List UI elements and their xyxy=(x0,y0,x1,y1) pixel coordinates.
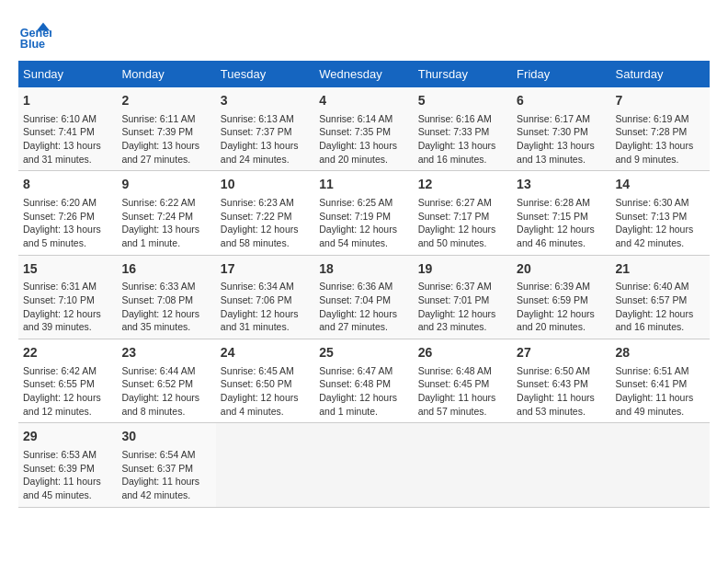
calendar-cell: 13Sunrise: 6:28 AM Sunset: 7:15 PM Dayli… xyxy=(512,171,610,255)
day-number: 12 xyxy=(418,176,507,194)
day-info: Sunrise: 6:20 AM Sunset: 7:26 PM Dayligh… xyxy=(23,196,112,250)
calendar-cell xyxy=(512,423,610,507)
weekday-header-row: SundayMondayTuesdayWednesdayThursdayFrid… xyxy=(18,61,710,87)
day-number: 28 xyxy=(616,344,705,362)
day-info: Sunrise: 6:16 AM Sunset: 7:33 PM Dayligh… xyxy=(418,112,507,167)
weekday-header-monday: Monday xyxy=(117,61,215,87)
day-number: 20 xyxy=(517,260,606,279)
day-info: Sunrise: 6:22 AM Sunset: 7:24 PM Dayligh… xyxy=(121,196,210,250)
day-number: 8 xyxy=(23,176,112,194)
calendar-cell: 19Sunrise: 6:37 AM Sunset: 7:01 PM Dayli… xyxy=(414,255,512,339)
day-info: Sunrise: 6:14 AM Sunset: 7:35 PM Dayligh… xyxy=(319,112,408,167)
day-number: 30 xyxy=(121,428,210,446)
day-number: 27 xyxy=(517,344,606,362)
day-number: 17 xyxy=(221,260,310,279)
day-number: 29 xyxy=(23,428,112,446)
logo: General Blue xyxy=(18,18,51,52)
calendar-week-row: 29Sunrise: 6:53 AM Sunset: 6:39 PM Dayli… xyxy=(18,423,710,507)
calendar-cell: 1Sunrise: 6:10 AM Sunset: 7:41 PM Daylig… xyxy=(18,87,117,171)
day-info: Sunrise: 6:34 AM Sunset: 7:06 PM Dayligh… xyxy=(221,280,310,334)
svg-text:Blue: Blue xyxy=(20,38,45,51)
calendar-week-row: 22Sunrise: 6:42 AM Sunset: 6:55 PM Dayli… xyxy=(18,339,710,423)
calendar-cell: 22Sunrise: 6:42 AM Sunset: 6:55 PM Dayli… xyxy=(18,339,117,423)
logo-icon: General Blue xyxy=(18,18,51,52)
day-number: 6 xyxy=(517,92,606,110)
calendar-table: SundayMondayTuesdayWednesdayThursdayFrid… xyxy=(18,61,710,508)
calendar-cell: 10Sunrise: 6:23 AM Sunset: 7:22 PM Dayli… xyxy=(216,171,314,255)
day-number: 5 xyxy=(418,92,507,110)
day-number: 4 xyxy=(319,92,408,110)
day-number: 10 xyxy=(221,176,310,194)
calendar-cell: 5Sunrise: 6:16 AM Sunset: 7:33 PM Daylig… xyxy=(414,87,512,171)
calendar-cell: 11Sunrise: 6:25 AM Sunset: 7:19 PM Dayli… xyxy=(314,171,413,255)
weekday-header-saturday: Saturday xyxy=(611,61,710,87)
day-info: Sunrise: 6:28 AM Sunset: 7:15 PM Dayligh… xyxy=(517,196,606,250)
calendar-cell: 21Sunrise: 6:40 AM Sunset: 6:57 PM Dayli… xyxy=(611,255,710,339)
weekday-header-tuesday: Tuesday xyxy=(216,61,314,87)
calendar-cell: 8Sunrise: 6:20 AM Sunset: 7:26 PM Daylig… xyxy=(18,171,117,255)
day-number: 25 xyxy=(319,344,408,362)
day-info: Sunrise: 6:13 AM Sunset: 7:37 PM Dayligh… xyxy=(221,112,310,167)
day-info: Sunrise: 6:50 AM Sunset: 6:43 PM Dayligh… xyxy=(517,364,606,419)
calendar-cell: 12Sunrise: 6:27 AM Sunset: 7:17 PM Dayli… xyxy=(414,171,512,255)
day-number: 14 xyxy=(616,176,705,194)
day-number: 24 xyxy=(221,344,310,362)
calendar-cell: 30Sunrise: 6:54 AM Sunset: 6:37 PM Dayli… xyxy=(117,423,215,507)
day-info: Sunrise: 6:19 AM Sunset: 7:28 PM Dayligh… xyxy=(616,112,705,167)
calendar-cell: 28Sunrise: 6:51 AM Sunset: 6:41 PM Dayli… xyxy=(611,339,710,423)
day-number: 3 xyxy=(221,92,310,110)
calendar-cell: 17Sunrise: 6:34 AM Sunset: 7:06 PM Dayli… xyxy=(216,255,314,339)
calendar-cell: 16Sunrise: 6:33 AM Sunset: 7:08 PM Dayli… xyxy=(117,255,215,339)
calendar-cell: 26Sunrise: 6:48 AM Sunset: 6:45 PM Dayli… xyxy=(414,339,512,423)
day-info: Sunrise: 6:37 AM Sunset: 7:01 PM Dayligh… xyxy=(418,280,507,334)
day-number: 21 xyxy=(616,260,705,279)
calendar-week-row: 15Sunrise: 6:31 AM Sunset: 7:10 PM Dayli… xyxy=(18,255,710,339)
day-number: 18 xyxy=(319,260,408,279)
day-info: Sunrise: 6:11 AM Sunset: 7:39 PM Dayligh… xyxy=(121,112,210,167)
weekday-header-friday: Friday xyxy=(512,61,610,87)
calendar-cell: 27Sunrise: 6:50 AM Sunset: 6:43 PM Dayli… xyxy=(512,339,610,423)
day-info: Sunrise: 6:30 AM Sunset: 7:13 PM Dayligh… xyxy=(616,196,705,250)
day-number: 2 xyxy=(121,92,210,110)
day-info: Sunrise: 6:53 AM Sunset: 6:39 PM Dayligh… xyxy=(23,448,112,502)
calendar-cell xyxy=(314,423,413,507)
weekday-header-wednesday: Wednesday xyxy=(314,61,413,87)
calendar-cell: 6Sunrise: 6:17 AM Sunset: 7:30 PM Daylig… xyxy=(512,87,610,171)
day-number: 9 xyxy=(121,176,210,194)
calendar-cell: 25Sunrise: 6:47 AM Sunset: 6:48 PM Dayli… xyxy=(314,339,413,423)
day-number: 22 xyxy=(23,344,112,362)
day-number: 13 xyxy=(517,176,606,194)
day-number: 23 xyxy=(121,344,210,362)
calendar-cell: 18Sunrise: 6:36 AM Sunset: 7:04 PM Dayli… xyxy=(314,255,413,339)
calendar-week-row: 8Sunrise: 6:20 AM Sunset: 7:26 PM Daylig… xyxy=(18,171,710,255)
day-info: Sunrise: 6:33 AM Sunset: 7:08 PM Dayligh… xyxy=(121,280,210,334)
day-info: Sunrise: 6:40 AM Sunset: 6:57 PM Dayligh… xyxy=(616,280,705,334)
weekday-header-thursday: Thursday xyxy=(414,61,512,87)
calendar-cell xyxy=(216,423,314,507)
day-number: 1 xyxy=(23,92,112,110)
calendar-cell: 15Sunrise: 6:31 AM Sunset: 7:10 PM Dayli… xyxy=(18,255,117,339)
day-info: Sunrise: 6:42 AM Sunset: 6:55 PM Dayligh… xyxy=(23,364,112,419)
day-number: 16 xyxy=(121,260,210,279)
calendar-cell: 20Sunrise: 6:39 AM Sunset: 6:59 PM Dayli… xyxy=(512,255,610,339)
day-number: 19 xyxy=(418,260,507,279)
day-info: Sunrise: 6:10 AM Sunset: 7:41 PM Dayligh… xyxy=(23,112,112,167)
calendar-cell xyxy=(611,423,710,507)
day-info: Sunrise: 6:48 AM Sunset: 6:45 PM Dayligh… xyxy=(418,364,507,419)
calendar-cell: 14Sunrise: 6:30 AM Sunset: 7:13 PM Dayli… xyxy=(611,171,710,255)
day-info: Sunrise: 6:47 AM Sunset: 6:48 PM Dayligh… xyxy=(319,364,408,419)
calendar-cell: 9Sunrise: 6:22 AM Sunset: 7:24 PM Daylig… xyxy=(117,171,215,255)
calendar-cell: 24Sunrise: 6:45 AM Sunset: 6:50 PM Dayli… xyxy=(216,339,314,423)
day-number: 11 xyxy=(319,176,408,194)
calendar-week-row: 1Sunrise: 6:10 AM Sunset: 7:41 PM Daylig… xyxy=(18,87,710,171)
calendar-cell xyxy=(414,423,512,507)
page-header: General Blue xyxy=(18,18,710,52)
day-info: Sunrise: 6:44 AM Sunset: 6:52 PM Dayligh… xyxy=(121,364,210,419)
calendar-cell: 29Sunrise: 6:53 AM Sunset: 6:39 PM Dayli… xyxy=(18,423,117,507)
calendar-cell: 2Sunrise: 6:11 AM Sunset: 7:39 PM Daylig… xyxy=(117,87,215,171)
day-info: Sunrise: 6:17 AM Sunset: 7:30 PM Dayligh… xyxy=(517,112,606,167)
day-info: Sunrise: 6:39 AM Sunset: 6:59 PM Dayligh… xyxy=(517,280,606,334)
day-info: Sunrise: 6:23 AM Sunset: 7:22 PM Dayligh… xyxy=(221,196,310,250)
calendar-cell: 4Sunrise: 6:14 AM Sunset: 7:35 PM Daylig… xyxy=(314,87,413,171)
day-info: Sunrise: 6:25 AM Sunset: 7:19 PM Dayligh… xyxy=(319,196,408,250)
